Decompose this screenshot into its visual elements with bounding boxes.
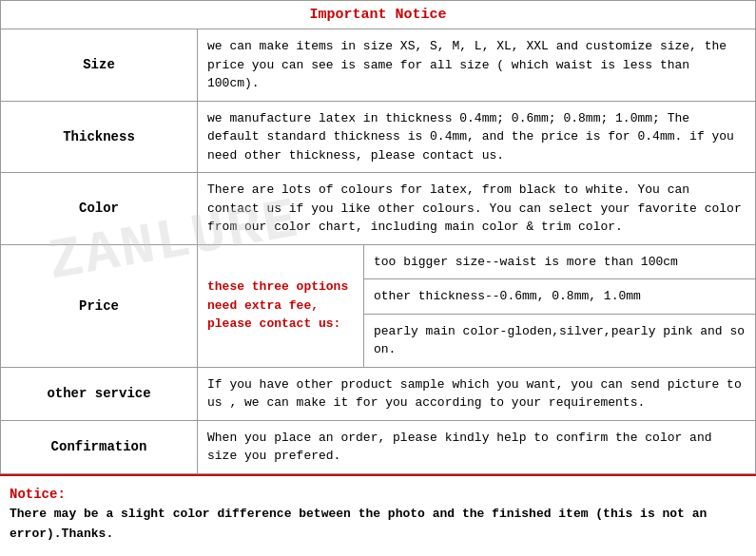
price-option-1: too bigger size--waist is more than 100c… <box>364 245 755 280</box>
price-option-2: other thickness--0.6mm, 0.8mm, 1.0mm <box>364 279 755 315</box>
thickness-label: Thickness <box>1 101 198 173</box>
page-title: Important Notice <box>1 1 756 29</box>
confirmation-content: When you place an order, please kindly h… <box>198 420 756 473</box>
title-row: Important Notice <box>1 1 756 29</box>
color-label: Color <box>1 173 198 245</box>
size-label: Size <box>1 29 198 102</box>
color-content: There are lots of colours for latex, fro… <box>198 173 756 245</box>
thickness-row: Thickness we manufacture latex in thickn… <box>1 101 756 173</box>
size-content: we can make items in size XS, S, M, L, X… <box>198 29 756 102</box>
other-service-label: other service <box>1 367 198 420</box>
notice-section: Notice: There may be a slight color diff… <box>0 474 756 552</box>
price-label: Price <box>1 244 198 367</box>
notice-text: There may be a slight color difference b… <box>10 507 707 541</box>
store-number: Store No: 4573035 <box>0 552 756 556</box>
color-row: Color There are lots of colours for late… <box>1 173 756 245</box>
other-service-content: If you have other product sample which y… <box>198 367 756 420</box>
confirmation-row: Confirmation When you place an order, pl… <box>1 420 756 473</box>
price-option-3: pearly main color-gloden,silver,pearly p… <box>364 315 755 367</box>
other-service-row: other service If you have other product … <box>1 367 756 420</box>
thickness-content: we manufacture latex in thickness 0.4mm;… <box>198 101 756 173</box>
confirmation-label: Confirmation <box>1 420 198 473</box>
price-options: too bigger size--waist is more than 100c… <box>364 244 756 367</box>
notice-label: Notice: <box>10 487 66 502</box>
price-row: Price these three options need extra fee… <box>1 244 756 367</box>
price-middle: these three options need extra fee, plea… <box>198 244 364 367</box>
size-row: Size we can make items in size XS, S, M,… <box>1 29 756 102</box>
